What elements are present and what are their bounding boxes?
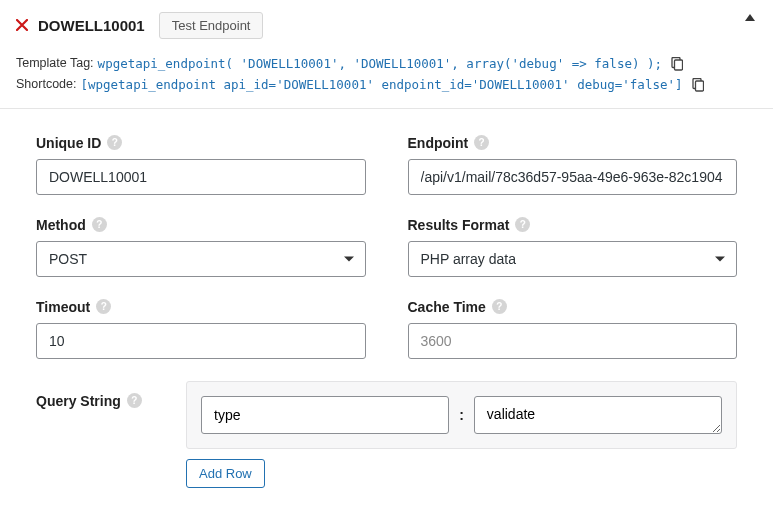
help-icon[interactable]: ? xyxy=(474,135,489,150)
form-area: Unique ID ? Endpoint ? Method ? POST xyxy=(0,109,773,498)
shortcode-row: Shortcode: [wpgetapi_endpoint api_id='DO… xyxy=(16,74,757,95)
timeout-input[interactable] xyxy=(36,323,366,359)
snippet-block: Template Tag: wpgetapi_endpoint( 'DOWELL… xyxy=(0,49,773,109)
label-text: Timeout xyxy=(36,299,90,315)
close-icon[interactable] xyxy=(16,18,28,34)
colon-separator: : xyxy=(459,407,464,423)
shortcode-code: [wpgetapi_endpoint api_id='DOWELL10001' … xyxy=(80,74,682,95)
endpoint-label: Endpoint ? xyxy=(408,135,738,151)
template-tag-code: wpgetapi_endpoint( 'DOWELL10001', 'DOWEL… xyxy=(98,53,662,74)
help-icon[interactable]: ? xyxy=(492,299,507,314)
label-text: Endpoint xyxy=(408,135,469,151)
copy-icon[interactable] xyxy=(670,57,683,71)
label-text: Query String xyxy=(36,393,121,409)
label-text: Unique ID xyxy=(36,135,101,151)
help-icon[interactable]: ? xyxy=(515,217,530,232)
label-text: Results Format xyxy=(408,217,510,233)
endpoint-header: DOWELL10001 Test Endpoint xyxy=(0,0,773,49)
label-text: Method xyxy=(36,217,86,233)
label-text: Cache Time xyxy=(408,299,486,315)
svg-rect-3 xyxy=(695,81,703,91)
timeout-label: Timeout ? xyxy=(36,299,366,315)
collapse-icon[interactable] xyxy=(745,14,755,21)
help-icon[interactable]: ? xyxy=(92,217,107,232)
query-string-label: Query String ? xyxy=(36,393,166,409)
query-string-key-input[interactable] xyxy=(201,396,449,434)
method-label: Method ? xyxy=(36,217,366,233)
cache-time-input[interactable] xyxy=(408,323,738,359)
unique-id-label: Unique ID ? xyxy=(36,135,366,151)
help-icon[interactable]: ? xyxy=(107,135,122,150)
help-icon[interactable]: ? xyxy=(127,393,142,408)
shortcode-label: Shortcode: xyxy=(16,74,76,95)
template-tag-row: Template Tag: wpgetapi_endpoint( 'DOWELL… xyxy=(16,53,757,74)
test-endpoint-button[interactable]: Test Endpoint xyxy=(159,12,264,39)
query-string-row: : validate xyxy=(186,381,737,449)
help-icon[interactable]: ? xyxy=(96,299,111,314)
svg-rect-1 xyxy=(675,60,683,70)
copy-icon[interactable] xyxy=(691,78,704,92)
query-string-value-input[interactable]: validate xyxy=(474,396,722,434)
unique-id-input[interactable] xyxy=(36,159,366,195)
method-select[interactable]: POST xyxy=(36,241,366,277)
template-tag-label: Template Tag: xyxy=(16,53,94,74)
endpoint-input[interactable] xyxy=(408,159,738,195)
endpoint-title: DOWELL10001 xyxy=(38,17,145,34)
add-row-button[interactable]: Add Row xyxy=(186,459,265,488)
results-format-select[interactable]: PHP array data xyxy=(408,241,738,277)
cache-time-label: Cache Time ? xyxy=(408,299,738,315)
results-format-label: Results Format ? xyxy=(408,217,738,233)
